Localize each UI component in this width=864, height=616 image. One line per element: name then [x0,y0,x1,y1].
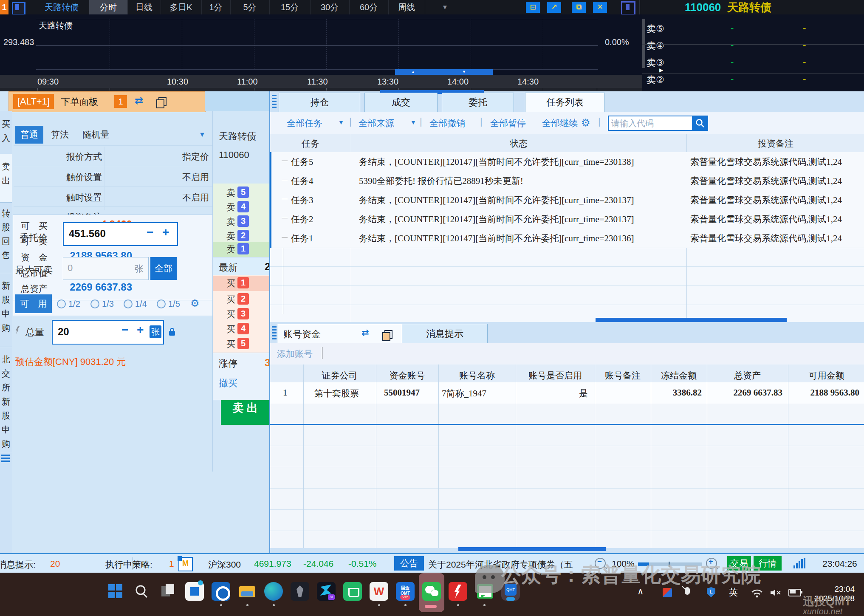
ladder-sell3[interactable]: 卖3 [213,214,270,229]
field-value-trigger-price[interactable]: 不启用 [107,171,209,183]
col-broker[interactable]: 证券公司 [303,370,376,381]
col-frozen[interactable]: 冻结金额 [651,370,707,381]
max-sell-input[interactable]: 0 张 [63,257,149,280]
tab-15min[interactable]: 15分 [269,0,311,14]
qty-decrement-button[interactable]: − [121,323,128,337]
link-window-button[interactable]: ⊟ [526,2,540,13]
outlook-icon[interactable] [212,582,230,601]
tab-account-funds[interactable]: 账号资金 ⇄ [277,324,403,344]
strategy-manager-icon[interactable]: M [178,557,193,571]
field-value-trigger-time[interactable]: 不启用 [107,192,209,203]
sidetab-convert-putback[interactable]: 转股回售 [0,202,12,273]
mode-tab-algo[interactable]: 算法 [48,126,72,144]
sidetab-buy[interactable]: 买入 [0,114,12,154]
action-pause-all[interactable]: 全部暂停 [490,117,526,129]
sell-all-button[interactable]: 全部 [150,257,177,280]
scroll-up-icon[interactable]: ▲ [411,70,415,74]
tray-defender-shield-icon[interactable]: L [707,587,715,597]
order-panel-header[interactable]: [ALT+1] 下单面板 1 ⇄ [8,91,206,112]
battery-icon[interactable] [788,589,801,596]
fraction-radio-half[interactable] [57,300,66,308]
cancel-buy-link[interactable]: 撤买 [219,377,237,390]
mode-tab-random[interactable]: 随机量 [78,126,114,144]
expand-arrow-icon[interactable]: ▶ [659,67,663,73]
qty-unit-badge[interactable]: 张 [150,325,161,338]
close-window-button[interactable]: ✕ [593,2,607,13]
col-account-note[interactable]: 账号备注 [595,370,651,381]
code-search-input[interactable] [608,116,694,131]
tray-color-app-icon[interactable] [663,588,672,597]
wifi-icon[interactable] [751,589,763,600]
col-task[interactable]: 任务 [270,138,351,150]
wps-office-icon[interactable]: W [370,582,388,601]
filter-all-tasks[interactable]: 全部任务 [287,117,322,129]
tasks-bottom-scrollbar[interactable] [596,318,787,322]
qmt-terminal-icon[interactable]: 国金QMT VIP [396,582,415,601]
tab-task-list[interactable]: 任务列表 [525,93,605,112]
announcement-button[interactable]: 公告 [394,556,424,571]
filter-all-sources[interactable]: 全部来源 [359,117,394,129]
fraction-radio-fifth[interactable] [157,300,166,308]
volume-muted-icon[interactable] [770,588,782,599]
sidebar-toggle-icon[interactable] [621,1,635,15]
filter-all-tasks-caret-icon[interactable]: ▼ [338,119,344,126]
available-toggle-button[interactable]: 可 用 [15,294,52,313]
swap-direction-icon[interactable]: ⇄ [135,95,143,107]
ladder-buy2[interactable]: 买2 [213,292,270,307]
col-enabled[interactable]: 账号是否启用 [516,370,595,381]
tab-fills[interactable]: 成交 [364,93,438,112]
chart-plot-area[interactable]: 天路转债 [36,19,598,70]
ask4-row[interactable]: 卖④ - - [642,37,864,54]
edge-browser-icon[interactable] [264,582,283,601]
search-button[interactable] [692,116,708,131]
sidetab-sell[interactable]: 卖出 [0,154,12,203]
price-increment-button[interactable]: + [162,226,169,239]
tab-1min[interactable]: 1分 [201,0,231,14]
sidetab-ipo-subscribe[interactable]: 新股申购 [0,274,12,347]
app-store-green-icon[interactable] [343,582,362,601]
ask1-row[interactable]: 卖① [642,87,864,91]
tab-positions[interactable]: 持仓 [279,93,360,112]
qty-increment-button[interactable]: + [137,323,144,337]
tab-message-alerts[interactable]: 消息提示 [402,324,488,344]
qty-lock-icon[interactable] [169,331,175,336]
running-strategy-count[interactable]: 1 [169,559,174,569]
add-account-link[interactable]: 添加账号 [277,348,313,360]
col-available[interactable]: 可用金额 [788,370,864,381]
tasks-settings-gear-icon[interactable]: ⚙ [581,117,590,129]
fraction-radio-quarter[interactable] [124,300,133,308]
ask5-row[interactable]: 卖⑤ - - [642,20,864,37]
tab-intraday[interactable]: 分时 [89,0,128,14]
chart-scrollbar[interactable]: ▲ ▼ [395,69,493,75]
ladder-buy5[interactable]: 买5 [213,336,270,352]
ladder-sell4[interactable]: 卖4 [213,200,270,215]
more-periods-caret-icon[interactable]: ▼ [442,3,448,11]
index-name[interactable]: 沪深300 [208,559,241,571]
popout-window-button[interactable]: ↗ [547,2,561,13]
account-row[interactable]: 1 第十套股票 55001947 7简称_1947 是 3386.82 2269… [270,382,864,404]
ladder-buy4[interactable]: 买4 [213,322,270,337]
ladder-sell1-selected[interactable]: 卖1 [213,242,270,257]
price-decrement-button[interactable]: − [147,226,153,239]
ladder-buy1-highlight[interactable]: 买1 [213,276,270,291]
ask2-row[interactable]: 卖② - - [642,71,864,88]
ask3-row[interactable]: 卖③ - - [642,54,864,71]
message-alert-count[interactable]: 20 [50,559,60,569]
tab-weekly[interactable]: 周线 [388,0,425,14]
ladder-latest-row[interactable]: 最新 2 [213,258,270,275]
task-row[interactable]: 任务4 5390全部委托! 报价行情已28891秒未更新! 索普量化雪球交易系统… [270,171,864,191]
scroll-down-icon[interactable]: ▼ [462,70,466,74]
panel-split-line[interactable] [270,424,864,425]
fraction-settings-gear-icon[interactable]: ⚙ [190,297,200,309]
cascade-window-button[interactable]: ⧉ [572,2,586,13]
tab-5min[interactable]: 5分 [230,0,270,14]
col-account-name[interactable]: 账号名称 [438,370,516,381]
duplicate-panel-icon[interactable] [158,97,167,106]
file-explorer-icon[interactable] [238,582,257,601]
filter-all-sources-caret-icon[interactable]: ▼ [410,119,416,126]
tab-instrument[interactable]: 天路转债 [34,0,90,14]
account-bottom-scrollbar[interactable] [458,547,606,551]
col-status[interactable]: 状态 [351,138,686,150]
wechat-icon[interactable] [422,582,441,601]
field-value-quote-type[interactable]: 指定价 [107,151,209,163]
